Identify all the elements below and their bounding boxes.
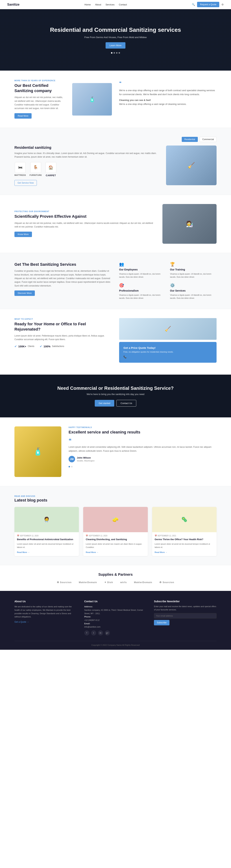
social-facebook[interactable]: f	[84, 630, 89, 636]
feature-professionalism: 🎯 Professionalism Vivamus a ligula quam.…	[119, 283, 166, 300]
footer-quote-link[interactable]: Get a Quote →	[14, 621, 29, 623]
about-image: 🧴	[72, 83, 112, 116]
get-started-button[interactable]: Get started	[95, 400, 114, 407]
employees-icon: 👥	[119, 262, 166, 267]
testimonial-author: JW John Wilson Seattle, Washington	[69, 456, 217, 462]
author-name: John Wilson	[77, 456, 95, 459]
social-google[interactable]: g+	[105, 630, 110, 636]
furniture-icon: 🪑	[30, 162, 41, 173]
footer-newsletter-title: Subscribe Newsletter	[154, 600, 217, 603]
footer-about: About Us We are dedicated to the safety …	[14, 600, 77, 636]
footer-about-text: We are dedicated to the safety of our cl…	[14, 605, 77, 619]
contact-us-button[interactable]: Contact Us	[117, 400, 136, 407]
res-content: Residential sanitizing Imagine your home…	[14, 146, 217, 186]
blog-read-1[interactable]: Read More →	[17, 551, 30, 553]
newsletter-form: Subscribe	[154, 613, 217, 625]
brand-logo[interactable]: Sanitize	[7, 3, 20, 6]
cta-banner-subtitle: We're here to bring you the sanitizing i…	[14, 393, 217, 396]
best-description: Curabitur et gravida risus. Fusce eget d…	[14, 269, 112, 287]
eff-image: 🧑‍🔬	[162, 204, 217, 244]
hero-dot-1[interactable]	[111, 52, 112, 54]
rejuv-image: 🧹	[119, 318, 217, 340]
footer-address-text: Address: Sanitize company, #2 2000 st, T…	[84, 605, 147, 615]
cta-box-text: Free, no-obligation quotes for residenti…	[124, 351, 212, 353]
hero-dots	[50, 52, 181, 54]
about-description: Aliquam ac dui vel nisi vel nisi pulvina…	[14, 95, 65, 110]
know-more-button[interactable]: Know More	[14, 231, 32, 237]
about-right-text1: We're a one-stop shop offering a vast ra…	[119, 89, 217, 96]
cta-buttons: Get started Contact Us	[14, 400, 217, 407]
rejuv-tag: WHAT TO EXPECT	[14, 318, 112, 320]
about-title: Our Best Certified Sanitizing company	[14, 83, 65, 93]
blog-body-3: 📅 SEPTEMBER 12, 2021 Germs Thrive the Of…	[152, 532, 217, 556]
hero-subtitle: Free From Germs And Viruses, Free From M…	[50, 36, 181, 39]
blog-read-3[interactable]: Read More →	[155, 551, 167, 553]
blog-date-2: 📅 SEPTEMBER 12, 2020	[86, 535, 145, 537]
rejuv-left: WHAT TO EXPECT Ready for Your Home or Of…	[14, 318, 112, 348]
nav-right: 🔍 Request a Quote ⚙	[192, 2, 224, 7]
blog-title-2: Cleaning Disinfecting, and Sanitizing	[86, 538, 145, 541]
res-icon-carpet: 🏠 CARPET	[45, 162, 56, 177]
best-section: Get The Best Sanitizing Services Curabit…	[0, 253, 231, 309]
navbar: Sanitize Home About Services Contact 🔍 R…	[0, 0, 231, 9]
nav-services[interactable]: Services	[106, 3, 114, 6]
author-location: Seattle, Washington	[77, 460, 95, 462]
tab-residential[interactable]: Residential	[182, 137, 198, 142]
nav-home[interactable]: Home	[85, 3, 91, 6]
social-linkedin[interactable]: in	[98, 630, 103, 636]
social-twitter[interactable]: t	[91, 630, 96, 636]
subscribe-button[interactable]: Subscribe	[154, 620, 169, 625]
nav-about[interactable]: About	[95, 3, 101, 6]
get-service-button[interactable]: Get Service Now	[14, 180, 37, 186]
testimonial-text: Lorem ipsum dolor sit amet consectetur a…	[69, 445, 217, 453]
settings-icon[interactable]: ⚙	[222, 3, 224, 6]
rejuv-title: Ready for Your Home or Office to Feel Re…	[14, 321, 112, 332]
blog-body-1: 📅 SEPTEMBER 12, 2020 Benefits of Profess…	[14, 532, 79, 556]
tab-commercial[interactable]: Commercial	[200, 137, 217, 142]
professionalism-text: Vivamus a ligula quam. Ut blandit ex, du…	[119, 293, 166, 300]
stat-label-2: Satisfactions	[52, 345, 64, 347]
eff-tag: PROTECTING OUR ENVIRONMENT	[14, 211, 155, 213]
feature-training: 🏆 Our Training Vivamus a ligula quam. Ut…	[170, 262, 217, 279]
cta-banner-section: Need Commercial or Residential Sanitizin…	[0, 375, 231, 417]
hero-title: Residential and Commercial Sanitizing se…	[50, 26, 181, 34]
footer-about-title: About Us	[14, 600, 77, 603]
test-dot-1[interactable]	[69, 466, 70, 467]
partners-section: Supplies & Partners ♻ Sourcion MaklerDom…	[0, 565, 231, 591]
stat-value-1: 100K+	[18, 345, 26, 348]
blog-card-2: 🧽 📅 SEPTEMBER 12, 2020 Cleaning Disinfec…	[83, 507, 147, 556]
hero-content: Residential and Commercial Sanitizing se…	[50, 26, 181, 54]
footer-social: f t in g+	[84, 630, 147, 636]
res-title: Residential sanitizing	[14, 146, 159, 150]
read-more-button[interactable]: Read More	[14, 113, 32, 119]
eff-description: Aliquam ac dui vel nisi vel nisi pulvina…	[14, 221, 155, 229]
cta-box-title: Get a Price Quote Today!	[124, 346, 212, 349]
hero-cta-button[interactable]: Learn More	[106, 42, 125, 49]
blog-image-2: 🧽	[83, 507, 147, 532]
search-icon[interactable]: 🔍	[192, 3, 195, 6]
professionalism-icon: 🎯	[119, 283, 166, 288]
about-left: MORE THAN 25 YEARS OF EXPERIENCE Our Bes…	[14, 80, 112, 119]
newsletter-input[interactable]	[154, 613, 217, 619]
nav-contact[interactable]: Contact	[119, 3, 127, 6]
hero-section: Residential and Commercial Sanitizing se…	[0, 9, 231, 70]
footer-contact-title: Contact Us	[84, 600, 147, 603]
quote-button[interactable]: Request a Quote	[197, 2, 219, 7]
blog-read-2[interactable]: Read More →	[86, 551, 98, 553]
services-text: Vivamus a ligula quam. Ut blandit ex, du…	[170, 293, 217, 300]
phone-number: 1-800-654-320	[128, 355, 144, 359]
footer-grid: About Us We are dedicated to the safety …	[14, 600, 217, 636]
partner-2: MaklerDomain	[79, 581, 97, 584]
hero-dot-2[interactable]	[113, 52, 115, 54]
hero-dot-4[interactable]	[119, 52, 120, 54]
test-tag: HAPPY TESTIMONIALS	[69, 426, 217, 428]
footer-address: Address: Sanitize company, #2 2000 st, T…	[84, 605, 147, 629]
hero-dot-3[interactable]	[116, 52, 118, 54]
test-image: 🧴	[14, 426, 61, 477]
test-dot-2[interactable]	[71, 466, 72, 467]
discover-more-button[interactable]: Discover More	[14, 290, 35, 296]
author-info: John Wilson Seattle, Washington	[77, 456, 95, 462]
test-title: Excellent service and cleaning results	[69, 430, 217, 435]
stat-clients: ✔ 100K+ Clients	[14, 345, 34, 348]
rejuv-right: 🧹 Get a Price Quote Today! Free, no-obli…	[119, 318, 217, 366]
